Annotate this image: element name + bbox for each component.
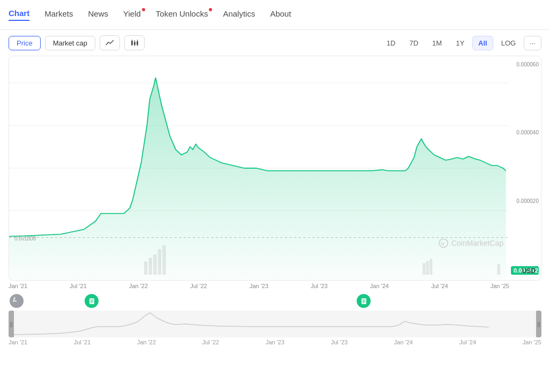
toolbar-right: 1D 7D 1M 1Y All LOG ··· bbox=[381, 36, 541, 50]
svg-rect-3 bbox=[134, 42, 135, 45]
document-icon-1 bbox=[88, 298, 95, 305]
time-all-button[interactable]: All bbox=[472, 36, 493, 50]
token-unlocks-dot bbox=[209, 8, 212, 11]
more-options-button[interactable]: ··· bbox=[524, 36, 541, 50]
line-icon bbox=[106, 39, 114, 47]
tab-chart[interactable]: Chart bbox=[9, 9, 29, 21]
x-jul22: Jul '22 bbox=[190, 283, 207, 289]
watermark-text: CoinMarketCap bbox=[451, 239, 503, 247]
chart-inner bbox=[9, 56, 509, 280]
chart-fill bbox=[9, 78, 506, 280]
x-jan23: Jan '23 bbox=[250, 283, 268, 289]
mini-x-jul24: Jul '24 bbox=[459, 339, 476, 345]
watermark: M CoinMarketCap bbox=[439, 238, 503, 248]
coinmarketcap-logo-icon: M bbox=[439, 238, 448, 248]
event-history-icon[interactable] bbox=[10, 294, 24, 308]
y-axis: 0.000060 0.000040 0.000020 0.000012 bbox=[509, 56, 541, 280]
price-button[interactable]: Price bbox=[9, 36, 41, 50]
candle-icon bbox=[130, 39, 139, 47]
tab-token-unlocks[interactable]: Token Unlocks bbox=[156, 9, 208, 20]
y-label-40k: 0.000040 bbox=[511, 130, 539, 135]
tab-markets[interactable]: Markets bbox=[44, 9, 73, 20]
tab-analytics[interactable]: Analytics bbox=[223, 9, 255, 20]
y-label-20k: 0.000020 bbox=[511, 198, 539, 204]
mini-x-jan24: Jan '24 bbox=[394, 339, 413, 345]
usd-label: USD bbox=[522, 267, 536, 275]
mini-x-jan23: Jan '23 bbox=[266, 339, 284, 345]
svg-rect-6 bbox=[137, 41, 138, 45]
scroll-right-handle[interactable]: || bbox=[536, 311, 541, 337]
price-chart-svg bbox=[9, 56, 509, 280]
event-doc-1-icon[interactable] bbox=[85, 294, 99, 308]
x-axis: Jan '21 Jul '21 Jan '22 Jul '22 Jan '23 … bbox=[9, 283, 509, 289]
candle-chart-button[interactable] bbox=[124, 35, 145, 50]
toolbar-left: Price Market cap bbox=[9, 35, 145, 50]
events-row bbox=[0, 291, 550, 311]
mini-x-jul21: Jul '21 bbox=[74, 339, 91, 345]
x-axis-container: Jan '21 Jul '21 Jan '22 Jul '22 Jan '23 … bbox=[0, 281, 550, 291]
mini-chart-wrapper: || || Jan '21 Jul '21 Jan '22 Jul '22 Ja… bbox=[0, 311, 550, 345]
event-doc-2-icon[interactable] bbox=[357, 294, 371, 308]
mini-chart-bar: || || bbox=[9, 311, 541, 337]
mini-x-jan25: Jan '25 bbox=[523, 339, 541, 345]
mini-x-jul23: Jul '23 bbox=[331, 339, 348, 345]
yield-dot bbox=[142, 8, 145, 11]
mini-x-jan21: Jan '21 bbox=[9, 339, 27, 345]
time-1m-button[interactable]: 1M bbox=[426, 36, 448, 50]
tab-about[interactable]: About bbox=[270, 9, 291, 20]
tab-yield[interactable]: Yield bbox=[123, 9, 141, 20]
x-jan22: Jan '22 bbox=[129, 283, 148, 289]
market-cap-button[interactable]: Market cap bbox=[45, 36, 95, 50]
chart-container: 0.000060 0.000040 0.000020 0.000012 M Co… bbox=[9, 56, 541, 281]
tab-news[interactable]: News bbox=[88, 9, 109, 20]
scroll-left-handle[interactable]: || bbox=[9, 311, 14, 337]
document-icon-2 bbox=[360, 298, 367, 305]
mini-x-axis: Jan '21 Jul '21 Jan '22 Jul '22 Jan '23 … bbox=[9, 337, 541, 345]
x-jan21: Jan '21 bbox=[9, 283, 27, 289]
bottom-price-label: 0.0₈1008 bbox=[14, 236, 36, 242]
toolbar: Price Market cap 1D 7D 1M 1Y All LOG ··· bbox=[0, 30, 550, 56]
chart-wrapper: 0.000060 0.000040 0.000020 0.000012 M Co… bbox=[0, 56, 550, 281]
mini-x-jul22: Jul '22 bbox=[202, 339, 219, 345]
mini-chart-svg bbox=[9, 311, 541, 337]
log-button[interactable]: LOG bbox=[495, 36, 522, 50]
x-jul21: Jul '21 bbox=[70, 283, 86, 289]
time-7d-button[interactable]: 7D bbox=[403, 36, 424, 50]
mini-x-jan22: Jan '22 bbox=[137, 339, 156, 345]
svg-rect-0 bbox=[131, 41, 133, 45]
x-jul24: Jul '24 bbox=[431, 283, 448, 289]
x-jan24: Jan '24 bbox=[370, 283, 389, 289]
x-jul23: Jul '23 bbox=[311, 283, 327, 289]
y-label-60k: 0.000060 bbox=[511, 62, 539, 67]
time-1y-button[interactable]: 1Y bbox=[450, 36, 470, 50]
nav-bar: Chart Markets News Yield Token Unlocks A… bbox=[0, 0, 550, 30]
svg-text:M: M bbox=[441, 242, 444, 246]
line-chart-button[interactable] bbox=[100, 35, 120, 50]
history-icon bbox=[13, 297, 20, 305]
time-1d-button[interactable]: 1D bbox=[381, 36, 402, 50]
x-jan25: Jan '25 bbox=[491, 283, 509, 289]
